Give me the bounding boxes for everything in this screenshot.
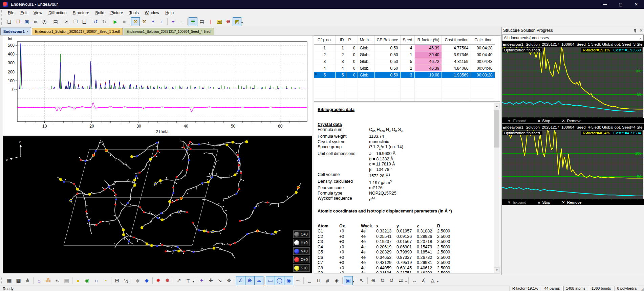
remove-button[interactable]: ✕Remove [562, 118, 581, 123]
pin-icon[interactable] [633, 29, 637, 32]
diamond-gray-icon[interactable]: ◆ [133, 276, 142, 285]
legend-item-S+0[interactable]: S+0 [293, 264, 310, 272]
toolbar-gripper[interactable] [1, 10, 3, 16]
expand-view-icon[interactable]: ↘ [215, 276, 224, 285]
occupancy-icon[interactable]: ½ [122, 276, 131, 285]
cursor-arrow-icon[interactable]: ↖ [357, 276, 366, 285]
text-tool-icon[interactable]: T [184, 276, 193, 285]
burst-icon[interactable]: ✹ [154, 276, 163, 285]
column-header[interactable]: Meth... [358, 36, 374, 45]
corner-ruler-icon[interactable]: ∟ [305, 276, 314, 285]
new-file-icon[interactable]: ❏ [5, 17, 14, 26]
biblio-scrollbar[interactable]: ▲ ▼ [494, 103, 500, 273]
tab-close-icon[interactable]: x [27, 28, 28, 35]
render-picture-icon-dropdown[interactable]: ▾ [353, 280, 354, 283]
pattern-hatch-icon[interactable]: ▩ [14, 276, 23, 285]
cut-icon[interactable]: ✂ [62, 17, 71, 26]
job-title-0[interactable]: Endeavour1_Solution_20251217_100604_Seed… [502, 41, 644, 47]
save-icon[interactable]: ▣ [22, 17, 31, 26]
job-title-1[interactable]: Endeavour1_Solution_20251217_100604_Seed… [502, 124, 644, 130]
crystal-structure-panel[interactable]: ca C+0H+0N+0O+0S+0 [3, 136, 312, 273]
hkl-list-icon[interactable]: hkl [215, 17, 224, 26]
undo-icon[interactable]: ↺ [91, 17, 100, 26]
facet-icon[interactable]: ◈ [332, 276, 341, 285]
bond-tool-icon[interactable]: ⋔ [23, 276, 32, 285]
menu-window[interactable]: Window [142, 10, 162, 16]
process-filter-dropdown[interactable]: All documents/processes ⌄ [502, 35, 644, 41]
render-picture-icon[interactable]: ▣ [344, 276, 353, 285]
packing-icon[interactable]: ⊞ [112, 276, 122, 285]
find-icon[interactable]: ∞ [31, 17, 40, 26]
distance-measure-icon[interactable]: ↔ [410, 276, 419, 285]
vector-arrow-icon[interactable]: ↗ [174, 276, 184, 285]
stop-button[interactable]: ■Stop [538, 200, 550, 204]
sphere-outline-icon[interactable]: ◯ [275, 276, 284, 285]
remove-button[interactable]: ✕Remove [562, 200, 581, 205]
wave-icon[interactable]: ∼ [293, 276, 302, 285]
polyhedron-icon[interactable]: ⌂ [35, 276, 44, 285]
maximize-button[interactable]: ▢ [613, 0, 628, 9]
diamond-blue-icon[interactable]: ◆ [142, 276, 151, 285]
column-header[interactable]: CF-Balance [374, 36, 400, 45]
document-tab-0[interactable]: Endeavour1x [0, 27, 31, 35]
configuration-table[interactable]: Cfg. no.IDP-...Meth...CF-BalanceSeedR-fa… [314, 36, 495, 102]
redo-icon[interactable]: ↻ [100, 17, 109, 26]
scroll-down-icon[interactable]: ▼ [494, 267, 500, 273]
open-file-icon[interactable]: ❒ [14, 17, 22, 26]
solution-window-icon[interactable]: ⚒ [140, 17, 149, 26]
menu-picture[interactable]: Picture [107, 10, 126, 16]
scroll-up-icon[interactable]: ▲ [494, 103, 500, 109]
molecule-tool-icon[interactable]: ❋ [245, 276, 254, 285]
config-row-2[interactable]: 220Glob.0.50139.403.9734600:04:40 [314, 51, 495, 58]
peak-list-icon[interactable]: ∥ [206, 17, 215, 26]
stop-button[interactable]: ■Stop [538, 119, 550, 123]
column-header[interactable]: Cost function [442, 36, 471, 45]
move-tool-icon[interactable]: ✥ [224, 276, 234, 285]
document-tab-2[interactable]: Endeavour1_Solution_20251217_100604_Seed… [124, 28, 214, 35]
structure-solution-icon[interactable]: ⚒ [131, 17, 140, 26]
open-sphere-icon[interactable]: ○ [92, 276, 101, 285]
dihedral-measure-icon[interactable]: △ [428, 276, 437, 285]
menu-file[interactable]: File [5, 10, 17, 16]
close-panel-icon[interactable]: ✕ [640, 28, 643, 33]
column-header[interactable]: Calc. time [471, 36, 495, 45]
job-chart-1[interactable]: 10050Optimization finished.R-factor=46.4… [502, 130, 643, 199]
sparkle-icon[interactable]: ✦ [197, 276, 206, 285]
spark-brush-icon[interactable]: ✦ [169, 17, 177, 26]
menu-tools[interactable]: Tools [126, 10, 142, 16]
scrollbar-thumb[interactable] [494, 110, 499, 148]
run-icon[interactable]: ▶ [111, 17, 120, 26]
wizard-icon[interactable]: ✶ [149, 17, 157, 26]
rotate-group-dropdown[interactable]: ▾ [405, 280, 407, 283]
angle-measure-icon[interactable]: ∡ [419, 276, 428, 285]
column-header[interactable]: R-factor (%) [414, 36, 442, 45]
spray-icon[interactable]: ✸ [163, 276, 172, 285]
column-header[interactable]: P-... [346, 36, 358, 45]
profile-chart-icon[interactable]: ∼ [177, 17, 186, 26]
measure-group-dropdown[interactable]: ▾ [437, 280, 438, 283]
swap-axes-icon[interactable]: ⇄ [396, 276, 405, 285]
lattice-move-icon[interactable]: ✚ [206, 276, 215, 285]
atom-cluster-icon[interactable]: ⁂ [44, 276, 53, 285]
menu-edit[interactable]: Edit [17, 10, 30, 16]
close-button[interactable]: ✕ [628, 0, 644, 9]
menu-view[interactable]: View [30, 10, 45, 16]
hash-grid-icon[interactable]: # [323, 276, 332, 285]
arc-style-icon[interactable]: ◔ [101, 276, 110, 285]
menu-structure[interactable]: Structure [70, 10, 92, 16]
sphere-filled-icon[interactable]: ◉ [284, 276, 293, 285]
expand-button[interactable]: ▼Expand [507, 119, 526, 123]
pattern-fill-icon[interactable]: ▦ [5, 276, 14, 285]
menu-help[interactable]: Help [162, 10, 177, 16]
config-row-3[interactable]: 330Glob.0.50546.724.8115900:04:43 [314, 58, 495, 65]
report-view-icon[interactable]: ▤ [197, 17, 206, 26]
column-header[interactable]: ID [335, 36, 346, 45]
molecule-view-icon[interactable]: ❋ [224, 17, 233, 26]
menu-diffraction[interactable]: Diffraction [45, 10, 70, 16]
config-row-5[interactable]: 550Glob.0.50319.081.9356900:03:28 [314, 72, 495, 79]
print-icon[interactable]: ▤ [51, 17, 60, 26]
copy-icon[interactable]: ❐ [71, 17, 80, 26]
data-sheet-icon[interactable]: ☰ [189, 17, 197, 26]
expand-button[interactable]: ▼Expand [507, 200, 526, 204]
text-tool-icon-dropdown[interactable]: ▾ [193, 280, 194, 283]
